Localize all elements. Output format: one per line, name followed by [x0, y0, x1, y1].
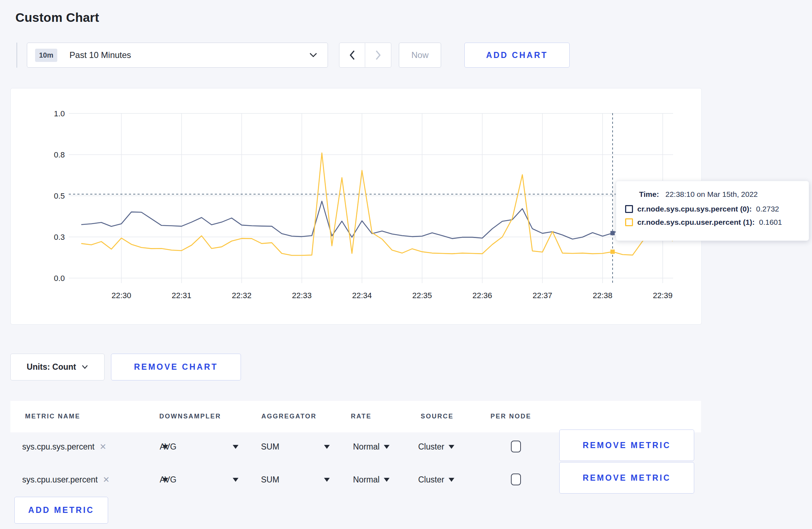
aggregator-value: SUM [261, 442, 279, 452]
add-chart-button[interactable]: ADD CHART [464, 43, 570, 68]
tooltip-series-label: cr.node.sys.cpu.user.percent (1): [637, 218, 755, 227]
user-series-swatch-icon [625, 218, 633, 226]
source-value: Cluster [418, 442, 444, 452]
page-title: Custom Chart [15, 10, 99, 25]
metric-name-select[interactable]: sys.cpu.sys.percent ✕ [22, 440, 168, 454]
caret-down-icon [384, 445, 390, 449]
col-header-rate: RATE [351, 413, 372, 420]
chevron-left-icon [349, 50, 356, 60]
remove-metric-label: REMOVE METRIC [583, 441, 671, 450]
source-value: Cluster [418, 475, 444, 485]
now-button[interactable]: Now [399, 43, 441, 68]
per-node-checkbox[interactable] [511, 474, 521, 485]
tooltip-series-row: cr.node.sys.cpu.sys.percent (0): 0.2732 [625, 205, 809, 213]
metric-name-value: sys.cpu.user.percent [22, 475, 98, 485]
tooltip-time-value: 22:38:10 on Mar 15th, 2022 [665, 190, 758, 198]
col-header-source: SOURCE [421, 413, 454, 420]
caret-down-icon [324, 478, 330, 482]
downsampler-value: AVG [160, 475, 177, 485]
chevron-down-icon [309, 52, 318, 58]
remove-metric-button[interactable]: REMOVE METRIC [559, 429, 694, 461]
downsampler-value: AVG [160, 442, 177, 452]
add-chart-label: ADD CHART [486, 50, 548, 60]
source-select[interactable]: Cluster [418, 440, 454, 454]
aggregator-value: SUM [261, 475, 279, 485]
col-header-downsampler: DOWNSAMPLER [159, 413, 221, 420]
remove-metric-button[interactable]: REMOVE METRIC [559, 462, 694, 494]
sys-series-swatch-icon [625, 205, 633, 213]
col-header-aggregator: AGGREGATOR [261, 413, 316, 420]
chart-tooltip: Time: 22:38:10 on Mar 15th, 2022 cr.node… [616, 181, 809, 241]
add-metric-button[interactable]: ADD METRIC [14, 497, 108, 524]
metric-name-select[interactable]: sys.cpu.user.percent ✕ [22, 472, 168, 487]
chart-card [10, 88, 702, 325]
col-header-metric-name: METRIC NAME [25, 413, 81, 420]
add-metric-label: ADD METRIC [28, 505, 94, 515]
caret-down-icon [449, 478, 454, 482]
caret-down-icon [324, 445, 330, 449]
toolbar-divider [16, 43, 17, 68]
now-button-label: Now [411, 50, 429, 60]
time-range-label: Past 10 Minutes [69, 50, 131, 60]
units-dropdown-label: Units: Count [27, 362, 76, 372]
caret-down-icon [233, 445, 238, 449]
remove-chart-button[interactable]: REMOVE CHART [111, 354, 241, 380]
tooltip-series-value: 0.2732 [756, 205, 779, 213]
remove-chart-label: REMOVE CHART [134, 362, 218, 372]
tooltip-series-row: cr.node.sys.cpu.user.percent (1): 0.1601 [625, 218, 809, 227]
time-range-badge: 10m [35, 49, 57, 62]
time-nav-group [339, 43, 391, 68]
caret-down-icon [233, 478, 238, 482]
clear-metric-icon[interactable]: ✕ [103, 475, 110, 485]
metric-name-value: sys.cpu.sys.percent [22, 442, 95, 452]
aggregator-select[interactable]: SUM [261, 472, 330, 487]
downsampler-select[interactable]: AVG [160, 472, 238, 487]
source-select[interactable]: Cluster [418, 472, 454, 487]
tooltip-time-row: Time: 22:38:10 on Mar 15th, 2022 [625, 190, 809, 199]
remove-metric-label: REMOVE METRIC [583, 473, 671, 483]
per-node-checkbox[interactable] [511, 441, 521, 452]
metrics-table-header: METRIC NAME DOWNSAMPLER AGGREGATOR RATE … [10, 401, 701, 432]
units-dropdown[interactable]: Units: Count [10, 354, 105, 380]
next-range-button[interactable] [365, 43, 391, 68]
rate-select[interactable]: Normal [353, 472, 390, 487]
clear-metric-icon[interactable]: ✕ [100, 442, 106, 452]
tooltip-series-value: 0.1601 [759, 218, 782, 227]
chevron-down-icon [82, 365, 88, 369]
downsampler-select[interactable]: AVG [160, 440, 238, 454]
col-header-per-node: PER NODE [490, 413, 531, 420]
rate-value: Normal [353, 475, 380, 485]
chevron-right-icon [375, 50, 381, 60]
caret-down-icon [449, 445, 454, 449]
rate-value: Normal [353, 442, 380, 452]
rate-select[interactable]: Normal [353, 440, 390, 454]
aggregator-select[interactable]: SUM [261, 440, 330, 454]
caret-down-icon [384, 478, 390, 482]
time-range-dropdown[interactable]: 10m Past 10 Minutes [27, 43, 328, 68]
prev-range-button[interactable] [339, 43, 365, 68]
tooltip-time-label: Time: [639, 190, 659, 198]
tooltip-series-label: cr.node.sys.cpu.sys.percent (0): [637, 205, 752, 213]
